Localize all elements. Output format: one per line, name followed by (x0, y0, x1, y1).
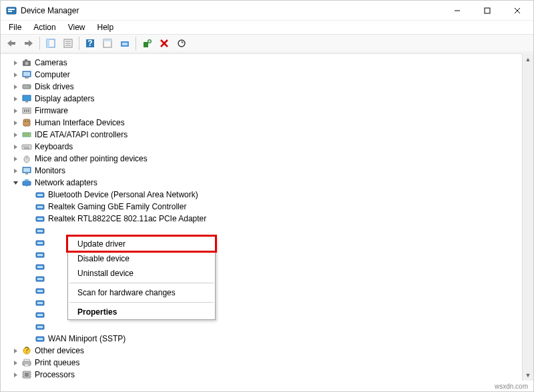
menu-file[interactable]: File (3, 21, 27, 33)
ide-icon (21, 129, 32, 140)
no-expander (25, 323, 33, 331)
expand-icon[interactable] (11, 131, 19, 139)
expand-icon[interactable] (11, 347, 19, 355)
scan-hardware-button[interactable] (117, 35, 133, 51)
svg-rect-108 (25, 364, 29, 366)
back-button[interactable] (3, 35, 19, 51)
svg-rect-62 (25, 146, 27, 147)
properties-button[interactable] (60, 35, 76, 51)
tree-node[interactable]: Realtek Gaming GbE Family Controller (6, 201, 533, 213)
toolbar-separator (39, 37, 40, 50)
svg-rect-70 (23, 168, 30, 172)
action-button[interactable] (99, 35, 115, 51)
mouse-icon (21, 153, 32, 164)
svg-marker-39 (14, 85, 17, 89)
tree-node[interactable]: Processors (6, 369, 533, 381)
netcard-icon (35, 333, 45, 344)
tree-node-label: WAN Miniport (SSTP) (48, 333, 125, 345)
svg-marker-30 (182, 41, 184, 43)
expand-icon[interactable] (11, 59, 19, 67)
minimize-button[interactable] (442, 1, 472, 20)
device-tree-panel: CamerasComputerDisk drivesDisplay adapte… (1, 53, 533, 381)
tree-node[interactable]: Human Interface Devices (6, 117, 533, 129)
tree-node[interactable]: Computer (6, 69, 533, 81)
expand-icon[interactable] (11, 371, 19, 379)
no-expander (25, 335, 33, 343)
context-menu-item[interactable]: Disable device (68, 251, 215, 266)
expand-icon[interactable] (11, 95, 19, 103)
tree-node[interactable]: Network adapters (6, 177, 533, 189)
tree-node[interactable]: Monitors (6, 165, 533, 177)
context-menu-item[interactable]: Scan for hardware changes (68, 285, 215, 300)
tree-node[interactable]: IDE ATA/ATAPI controllers (6, 129, 533, 141)
show-hide-console-tree-button[interactable] (43, 35, 59, 51)
scroll-up-button[interactable]: ▲ (523, 53, 533, 65)
tree-node[interactable]: Disk drives (6, 81, 533, 93)
context-menu-item[interactable]: Properties (68, 305, 215, 319)
toolbar-separator (136, 37, 136, 50)
context-menu: Update driverDisable deviceUninstall dev… (67, 236, 216, 320)
update-driver-button[interactable] (174, 35, 190, 51)
tree-node[interactable]: Firmware (6, 105, 533, 117)
vertical-scrollbar[interactable]: ▲ ▼ (522, 53, 533, 381)
svg-rect-48 (26, 109, 27, 112)
expand-icon[interactable] (11, 359, 19, 367)
tree-node[interactable]: Mice and other pointing devices (6, 153, 533, 165)
add-hardware-button[interactable] (139, 35, 155, 51)
menu-bar: File Action View Help (1, 21, 533, 34)
tree-node[interactable]: Print queues (6, 357, 533, 369)
expand-icon[interactable] (11, 119, 19, 127)
maximize-button[interactable] (472, 1, 502, 20)
context-menu-item[interactable]: Uninstall device (68, 266, 215, 281)
tree-node-label: Realtek RTL8822CE 802.11ac PCIe Adapter (48, 213, 206, 225)
svg-rect-20 (103, 39, 111, 41)
svg-marker-7 (7, 40, 11, 47)
collapse-icon[interactable] (11, 179, 19, 187)
tree-node[interactable] (6, 225, 533, 237)
tree-node-label: Other devices (35, 345, 84, 357)
netcard-icon (35, 189, 45, 200)
tree-node[interactable]: WAN Miniport (SSTP) (6, 333, 533, 345)
tree-node-label: Cameras (35, 57, 67, 69)
expand-icon[interactable] (11, 167, 19, 175)
uninstall-button[interactable] (156, 35, 172, 51)
expand-icon[interactable] (11, 143, 19, 151)
svg-text:?: ? (25, 345, 29, 355)
expand-icon[interactable] (11, 107, 19, 115)
help-button[interactable]: ? (82, 35, 98, 51)
svg-rect-89 (37, 266, 43, 268)
tree-node[interactable]: Realtek RTL8822CE 802.11ac PCIe Adapter (6, 213, 533, 225)
expand-icon[interactable] (11, 83, 19, 91)
tree-node[interactable]: ?Other devices (6, 345, 533, 357)
menu-action[interactable]: Action (28, 21, 61, 33)
menu-view[interactable]: View (63, 21, 91, 33)
expand-icon[interactable] (11, 155, 19, 163)
svg-rect-23 (144, 42, 148, 47)
expand-icon[interactable] (11, 71, 19, 79)
scroll-down-button[interactable]: ▼ (523, 369, 533, 381)
svg-marker-42 (14, 97, 17, 101)
menu-help[interactable]: Help (92, 21, 119, 33)
tree-node[interactable]: Display adapters (6, 93, 533, 105)
no-expander (25, 227, 33, 235)
svg-marker-68 (14, 169, 17, 173)
svg-rect-38 (25, 77, 29, 79)
tree-node[interactable]: Cameras (6, 57, 533, 69)
title-bar: Device Manager (1, 1, 533, 21)
forward-button[interactable] (21, 35, 37, 51)
tree-node-label: Print queues (35, 357, 79, 369)
svg-marker-109 (14, 373, 17, 377)
svg-rect-1 (8, 9, 15, 10)
device-tree[interactable]: CamerasComputerDisk drivesDisplay adapte… (1, 54, 533, 381)
svg-rect-77 (37, 194, 43, 196)
close-button[interactable] (502, 1, 532, 20)
svg-text:?: ? (87, 39, 92, 48)
svg-rect-99 (37, 326, 43, 328)
svg-marker-45 (14, 109, 17, 113)
context-menu-item[interactable]: Update driver (68, 237, 215, 251)
tree-node[interactable]: Keyboards (6, 141, 533, 153)
tree-node[interactable]: Bluetooth Device (Personal Area Network) (6, 189, 533, 201)
window-title: Device Manager (21, 6, 442, 15)
tree-node[interactable] (6, 321, 533, 333)
no-expander (25, 203, 33, 211)
